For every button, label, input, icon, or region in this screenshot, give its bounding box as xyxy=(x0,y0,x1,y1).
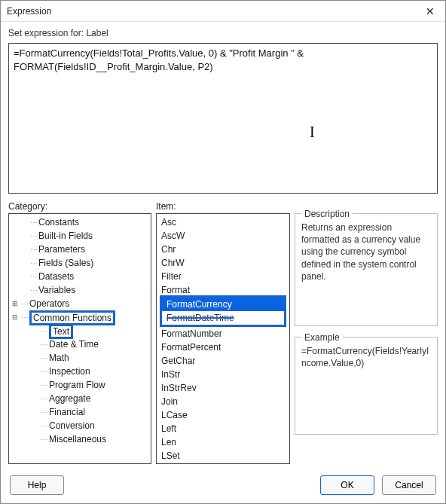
category-node-label: Text xyxy=(53,326,69,337)
category-node[interactable]: ⋯Aggregate xyxy=(9,392,151,405)
category-label: Category: xyxy=(8,201,151,212)
category-node[interactable]: ⋯Program Flow xyxy=(9,378,151,392)
category-node-label: Datasets xyxy=(38,271,74,282)
highlight-box: FormatCurrencyFormatDateTime xyxy=(160,295,286,327)
expression-textarea[interactable] xyxy=(8,43,438,194)
example-text: =FormatCurrency(Fields!YearlyIncome.Valu… xyxy=(301,345,431,369)
example-groupbox: Example =FormatCurrency(Fields!YearlyInc… xyxy=(295,337,438,435)
category-node[interactable]: ⋯Built-in Fields xyxy=(9,229,151,243)
tree-connector-icon: ⋯ xyxy=(41,368,47,376)
tree-connector-icon: ⋯ xyxy=(30,246,37,254)
close-icon[interactable]: ✕ xyxy=(421,2,439,20)
tree-connector-icon: ⋯ xyxy=(41,341,47,349)
category-node[interactable]: ⊟⋯Common Functions xyxy=(9,310,151,324)
category-node-label: Miscellaneous xyxy=(49,434,106,444)
category-tree[interactable]: ⋯Constants⋯Built-in Fields⋯Parameters⋯Fi… xyxy=(8,213,151,464)
highlight-box: Text xyxy=(49,324,73,339)
category-node[interactable]: ⊞⋯Operators xyxy=(9,297,151,310)
item-row[interactable]: LCase xyxy=(157,408,289,422)
tree-connector-icon: ⋯ xyxy=(30,286,37,295)
category-node-label: Date & Time xyxy=(49,339,99,350)
tree-connector-icon: ⋯ xyxy=(30,218,37,227)
collapse-icon[interactable]: ⊟ xyxy=(11,313,20,321)
dialog-footer: Help OK Cancel xyxy=(1,467,445,503)
category-node-label: Inspection xyxy=(49,366,90,377)
item-row[interactable]: FormatPercent xyxy=(157,341,289,354)
titlebar: Expression ✕ xyxy=(1,1,445,22)
panels-row: Category: ⋯Constants⋯Built-in Fields⋯Par… xyxy=(8,201,438,464)
example-legend: Example xyxy=(301,331,343,344)
help-button[interactable]: Help xyxy=(10,475,64,495)
item-row[interactable]: Left xyxy=(157,422,289,435)
category-node[interactable]: ⋯Constants xyxy=(9,215,151,229)
tree-connector-icon: ⋯ xyxy=(41,327,47,335)
set-expression-for-label: Set expression for: Label xyxy=(8,28,438,38)
item-row[interactable]: ChrW xyxy=(157,256,289,270)
category-node[interactable]: ⋯Math xyxy=(9,351,151,365)
tree-connector-icon: ⋯ xyxy=(41,435,47,444)
category-node-label: Financial xyxy=(49,407,85,417)
item-row[interactable]: LSet xyxy=(157,449,289,463)
category-node-label: Constants xyxy=(38,217,79,228)
category-node-label: Conversion xyxy=(49,420,95,431)
category-node-label: Common Functions xyxy=(33,313,112,323)
ok-button[interactable]: OK xyxy=(320,475,374,495)
category-node[interactable]: ⋯Fields (Sales) xyxy=(9,256,151,270)
item-row[interactable]: FormatDateTime xyxy=(162,311,284,325)
category-node-label: Aggregate xyxy=(49,393,90,404)
tree-connector-icon: ⋯ xyxy=(30,259,37,267)
category-node-label: Parameters xyxy=(38,244,85,255)
category-node[interactable]: ⋯Conversion xyxy=(9,419,151,432)
item-label: Item: xyxy=(156,201,290,212)
category-column: Category: ⋯Constants⋯Built-in Fields⋯Par… xyxy=(8,201,151,464)
category-node[interactable]: ⋯Parameters xyxy=(9,243,151,256)
category-node-label: Fields (Sales) xyxy=(38,258,93,268)
item-row[interactable]: InStr xyxy=(157,368,289,381)
item-listbox[interactable]: AscAscWChrChrWFilterFormatFormatCurrency… xyxy=(156,213,290,464)
description-text: Returns an expression formatted as a cur… xyxy=(301,221,431,283)
tree-connector-icon: ⋯ xyxy=(41,408,47,417)
category-node-label: Built-in Fields xyxy=(38,231,93,241)
tree-connector-icon: ⋯ xyxy=(41,395,47,403)
category-node[interactable]: ⋯Inspection xyxy=(9,365,151,378)
item-row[interactable]: AscW xyxy=(157,229,289,243)
highlight-box: Common Functions xyxy=(29,310,115,325)
expression-dialog: Expression ✕ Set expression for: Label I… xyxy=(0,0,446,504)
item-row[interactable]: Chr xyxy=(157,243,289,256)
item-row[interactable]: Join xyxy=(157,395,289,408)
item-row[interactable]: FormatNumber xyxy=(157,327,289,341)
category-node[interactable]: ⋯Date & Time xyxy=(9,338,151,351)
category-node-label: Operators xyxy=(29,298,69,309)
item-column: Item: AscAscWChrChrWFilterFormatFormatCu… xyxy=(156,201,290,464)
tree-connector-icon: ⋯ xyxy=(30,273,37,281)
description-groupbox: Description Returns an expression format… xyxy=(295,213,438,326)
category-node[interactable]: ⋯Miscellaneous xyxy=(9,432,151,446)
category-node-label: Program Flow xyxy=(49,380,105,390)
tree-connector-icon: ⋯ xyxy=(41,381,47,389)
item-row[interactable]: Len xyxy=(157,435,289,449)
category-node-label: Variables xyxy=(38,285,75,295)
item-row[interactable]: InStrRev xyxy=(157,381,289,395)
item-row[interactable]: Filter xyxy=(157,270,289,283)
item-row[interactable]: FormatCurrency xyxy=(162,298,284,311)
dialog-content: Set expression for: Label I Category: ⋯C… xyxy=(1,22,445,467)
category-node[interactable]: ⋯Variables xyxy=(9,283,151,297)
category-node-label: Math xyxy=(49,353,69,363)
category-node[interactable]: ⋯Text xyxy=(9,324,151,338)
tree-connector-icon: ⋯ xyxy=(21,313,28,322)
category-node[interactable]: ⋯Financial xyxy=(9,405,151,419)
item-row[interactable]: LTrim xyxy=(157,463,289,464)
expand-icon[interactable]: ⊞ xyxy=(11,300,20,307)
tree-connector-icon: ⋯ xyxy=(41,422,47,430)
description-legend: Description xyxy=(301,208,353,220)
tree-connector-icon: ⋯ xyxy=(21,300,28,308)
category-node[interactable]: ⋯Datasets xyxy=(9,270,151,283)
info-column: Description Returns an expression format… xyxy=(295,201,438,464)
item-row[interactable]: GetChar xyxy=(157,354,289,368)
cancel-button[interactable]: Cancel xyxy=(382,475,436,495)
item-row[interactable]: Asc xyxy=(157,215,289,229)
window-title: Expression xyxy=(7,6,421,17)
tree-connector-icon: ⋯ xyxy=(41,354,47,362)
tree-connector-icon: ⋯ xyxy=(30,232,37,240)
